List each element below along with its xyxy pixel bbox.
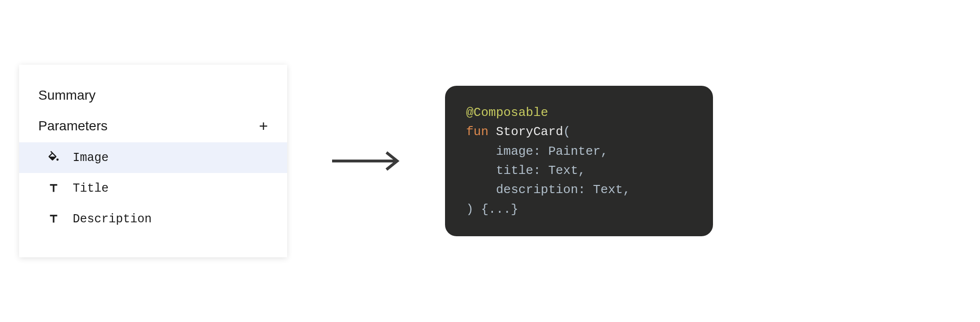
- code-close: ) {...}: [466, 202, 518, 217]
- code-param-type: Painter: [548, 144, 601, 159]
- code-annotation: @Composable: [466, 105, 548, 120]
- code-param-name: title: [496, 163, 533, 178]
- parameter-label: Image: [73, 151, 109, 165]
- parameter-label: Description: [73, 212, 152, 226]
- text-icon: [46, 211, 61, 227]
- parameter-row-title[interactable]: Title: [19, 173, 287, 204]
- parameter-row-description[interactable]: Description: [19, 204, 287, 234]
- parameters-section-title[interactable]: Parameters: [38, 118, 108, 134]
- summary-section-title[interactable]: Summary: [19, 82, 287, 109]
- properties-panel: Summary Parameters + Image Title Descrip…: [19, 65, 287, 257]
- parameter-label: Title: [73, 182, 109, 196]
- code-param-type: Text: [593, 183, 623, 197]
- parameter-row-image[interactable]: Image: [19, 142, 287, 173]
- code-open-paren: (: [563, 125, 571, 139]
- code-param-name: description: [496, 183, 578, 197]
- arrow-right-icon: [330, 151, 402, 171]
- code-preview: @Composable fun StoryCard( image: Painte…: [445, 86, 713, 236]
- parameters-header: Parameters +: [19, 109, 287, 142]
- paint-fill-icon: [46, 150, 61, 165]
- text-icon: [46, 181, 61, 196]
- code-param-name: image: [496, 144, 533, 159]
- add-parameter-icon[interactable]: +: [259, 118, 268, 134]
- code-function-name: StoryCard: [496, 125, 563, 139]
- svg-point-0: [56, 159, 59, 161]
- code-param-type: Text: [548, 163, 578, 178]
- code-keyword: fun: [466, 125, 489, 139]
